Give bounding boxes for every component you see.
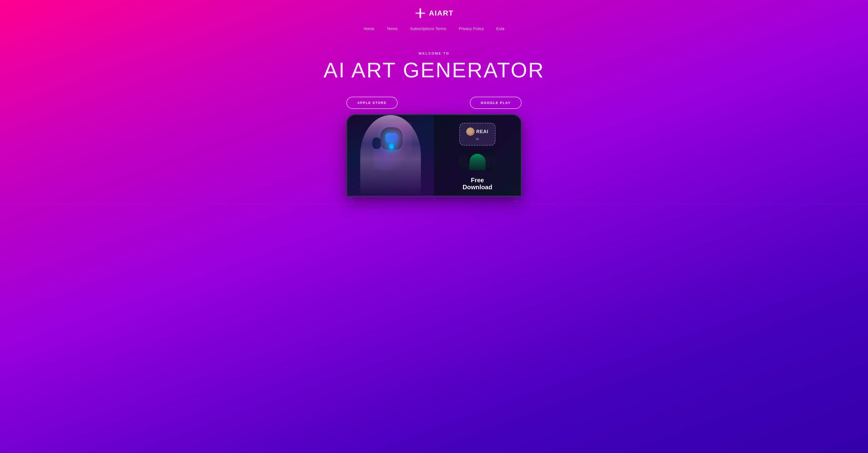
welcome-label: WELCOME TO	[418, 52, 449, 55]
nav-eula[interactable]: Eula	[496, 26, 504, 31]
apple-store-button[interactable]: APPLE STORE	[346, 97, 398, 109]
phone-right-panel: REAI AI	[434, 115, 521, 196]
phone-mockup: REAI AI	[346, 114, 522, 197]
free-download-text: Free Download	[463, 174, 492, 191]
logo-icon	[414, 7, 426, 19]
google-play-button[interactable]: GOOGLE PLAY	[470, 97, 522, 109]
nav-terms[interactable]: Terms	[387, 26, 398, 31]
download-text: Download	[463, 183, 492, 191]
phone-frame: REAI AI	[346, 114, 522, 197]
logo[interactable]: AIART	[414, 7, 454, 19]
main-nav: Home Terms Subscriptions Terms Privacy P…	[364, 26, 504, 31]
nav-home[interactable]: Home	[364, 26, 374, 31]
hero-title: AI ART GENERATOR	[323, 59, 544, 81]
logo-text: AIART	[429, 9, 454, 17]
svg-rect-1	[415, 12, 425, 14]
hero-section: WELCOME TO AI ART GENERATOR APPLE STORE …	[0, 31, 868, 197]
app-card-2	[459, 150, 495, 170]
nav-privacy-policy[interactable]: Privacy Policy	[459, 26, 484, 31]
reai-label: REAI	[476, 129, 488, 135]
ai-girl-image	[347, 115, 434, 196]
nav-subscriptions-terms[interactable]: Subscriptions Terms	[410, 26, 446, 31]
free-text: Free	[471, 177, 484, 183]
reai-app-icon: REAI AI	[459, 123, 495, 146]
hero-buttons: APPLE STORE GOOGLE PLAY	[346, 97, 522, 109]
h-line-decoration	[0, 204, 868, 204]
phone-screen: REAI AI	[347, 115, 521, 196]
ai-sublabel: AI	[476, 137, 479, 141]
